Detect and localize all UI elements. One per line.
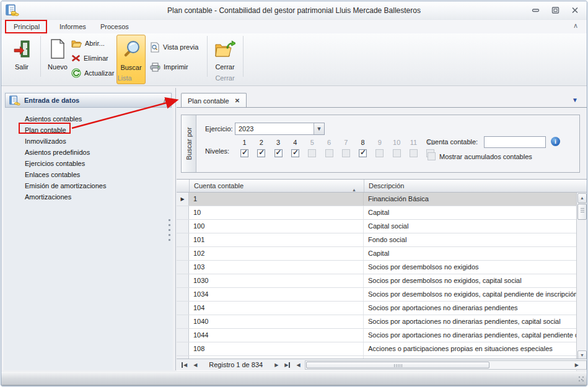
ribbon-collapse-icon[interactable] [573,22,578,30]
cell-descripcion[interactable]: Acciones o participaciones propias en si… [364,342,576,355]
restore-button[interactable] [550,6,561,14]
vertical-scrollbar[interactable] [576,193,587,373]
tab-procesos[interactable]: Procesos [93,21,136,33]
cell-descripcion[interactable]: Financiación Básica [364,193,576,206]
first-record-icon[interactable] [178,362,190,368]
horizontal-scrollbar[interactable] [305,360,587,370]
cell-cuenta-contable[interactable]: 102 [189,247,364,260]
hscroll-left-icon[interactable] [293,362,303,368]
cell-cuenta-contable[interactable]: 1040 [189,315,364,328]
info-icon[interactable]: i [551,137,560,146]
previous-record-icon[interactable] [190,362,200,368]
cell-descripcion[interactable]: Fondo social [364,233,576,246]
row-selector[interactable] [177,302,189,315]
tab-plan-contable-label: Plan contable [188,97,229,105]
grid-row-101[interactable]: 101Fondo social [177,233,576,247]
cell-descripcion[interactable]: Socios por aportaciones no dinerarias pe… [364,315,576,328]
row-selector[interactable] [177,274,189,287]
row-selector[interactable] [177,329,189,342]
vista-previa-button[interactable]: Vista previa [150,41,198,53]
collapse-chevron-icon[interactable] [163,97,167,104]
nivel-3-checkbox[interactable] [274,149,283,157]
ejercicio-combobox[interactable]: 2023 [235,123,325,135]
column-header-descripcion[interactable]: Descripción [364,180,576,192]
cell-descripcion[interactable]: Socios por aportaciones no dinerarias pe… [364,302,576,315]
grid-row-1034[interactable]: 1034Socios por desembolsos no exigidos, … [177,288,576,302]
grid-row-1[interactable]: 1Financiación Básica [177,193,576,206]
close-button[interactable] [569,6,581,14]
cell-cuenta-contable[interactable]: 1044 [189,329,364,342]
row-selector[interactable] [177,206,189,219]
salir-button[interactable]: Salir [6,35,37,84]
row-selector[interactable] [177,233,189,246]
nivel-4-checkbox[interactable] [291,149,299,157]
sidebar-item-emisión-de-amortizaciones[interactable]: Emisión de amortizaciones [25,181,106,191]
grid-row-1044[interactable]: 1044Socios por aportaciones no dineraria… [177,329,576,342]
cell-descripcion[interactable]: Capital [364,206,576,219]
cell-cuenta-contable[interactable]: 10 [189,206,364,219]
grid-row-108[interactable]: 108Acciones o participaciones propias en… [177,342,576,356]
cell-cuenta-contable[interactable]: 101 [189,233,364,246]
horizontal-scroll-thumb[interactable] [306,362,489,368]
nivel-8-checkbox[interactable] [359,149,367,157]
nivel-6-label: 6 [321,139,338,147]
row-selector[interactable] [177,315,189,328]
tab-list-dropdown-icon[interactable] [572,97,578,103]
splitter-handle[interactable] [168,219,170,241]
imprimir-button[interactable]: Imprimir [150,61,188,73]
resize-grip[interactable] [578,376,584,382]
grid-row-1030[interactable]: 1030Socios por desembolsos no exigidos, … [177,274,576,288]
mostrar-acumulados-checkbox[interactable] [428,152,436,160]
minimize-button[interactable] [530,6,541,14]
cell-descripcion[interactable]: Socios por desembolsos no exigidos, capi… [364,288,576,301]
grid-row-10[interactable]: 10Capital [177,206,576,220]
cell-cuenta-contable[interactable]: 103 [189,261,364,274]
hscroll-right-icon[interactable] [572,362,582,368]
nivel-1-checkbox[interactable] [240,149,248,157]
grid-row-104[interactable]: 104Socios por aportaciones no dinerarias… [177,302,576,315]
cell-cuenta-contable[interactable]: 104 [189,302,364,315]
row-selector[interactable] [177,247,189,260]
nivel-7: 7 [338,139,354,157]
open-folder-icon [71,39,82,48]
grid-row-103[interactable]: 103Socios por desembolsos no exigidos [177,261,576,274]
tab-close-icon[interactable]: ✕ [235,97,240,104]
grid-row-1040[interactable]: 1040Socios por aportaciones no dineraria… [177,315,576,329]
vertical-scroll-thumb[interactable] [577,204,587,220]
cell-cuenta-contable[interactable]: 1 [189,193,364,206]
scroll-up-icon[interactable] [577,193,587,203]
cell-descripcion[interactable]: Socios por aportaciones no dinerarias pe… [364,329,576,342]
cuenta-contable-input[interactable] [484,136,546,148]
ejercicio-dropdown-icon[interactable] [314,123,324,134]
sidebar-item-asientos-predefinidos[interactable]: Asientos predefinidos [25,147,90,158]
tab-plan-contable[interactable]: Plan contable ✕ [181,93,247,108]
nivel-2-checkbox[interactable] [257,149,265,157]
cell-descripcion[interactable]: Capital social [364,220,576,233]
abrir-button[interactable]: Abrir... [71,37,105,50]
row-selector[interactable] [177,342,189,355]
cell-cuenta-contable[interactable]: 108 [189,342,364,355]
cell-cuenta-contable[interactable]: 1034 [189,288,364,301]
sidebar-item-enlaces-contables[interactable]: Enlaces contables [25,170,80,180]
grid-row-100[interactable]: 100Capital social [177,220,576,233]
row-selector[interactable] [177,288,189,301]
sidebar-item-ejercicios-contables[interactable]: Ejercicios contables [25,159,85,169]
cell-descripcion[interactable]: Socios por desembolsos no exigidos, capi… [364,274,576,287]
column-header-cuenta-contable[interactable]: Cuenta contable [189,180,364,192]
cell-descripcion[interactable]: Socios por desembolsos no exigidos [364,261,576,274]
row-selector[interactable] [177,261,189,274]
sidebar-item-inmovilizados[interactable]: Inmovilizados [25,136,66,147]
last-record-icon[interactable] [281,362,293,368]
cell-descripcion[interactable]: Capital [364,247,576,260]
mostrar-acumulados-option[interactable]: Mostrar acumulados contables [428,152,532,160]
next-record-icon[interactable] [271,362,281,368]
sidebar-item-amortizaciones[interactable]: Amortizaciones [25,192,71,202]
cell-cuenta-contable[interactable]: 100 [189,220,364,233]
row-indicator-icon[interactable] [177,193,189,206]
eliminar-button[interactable]: Eliminar [71,52,108,64]
grid-row-102[interactable]: 102Capital [177,247,576,261]
row-selector[interactable] [177,220,189,233]
sidebar-header[interactable]: Entrada de datos [5,93,172,108]
tab-informes[interactable]: Informes [52,21,94,33]
cell-cuenta-contable[interactable]: 1030 [189,274,364,287]
